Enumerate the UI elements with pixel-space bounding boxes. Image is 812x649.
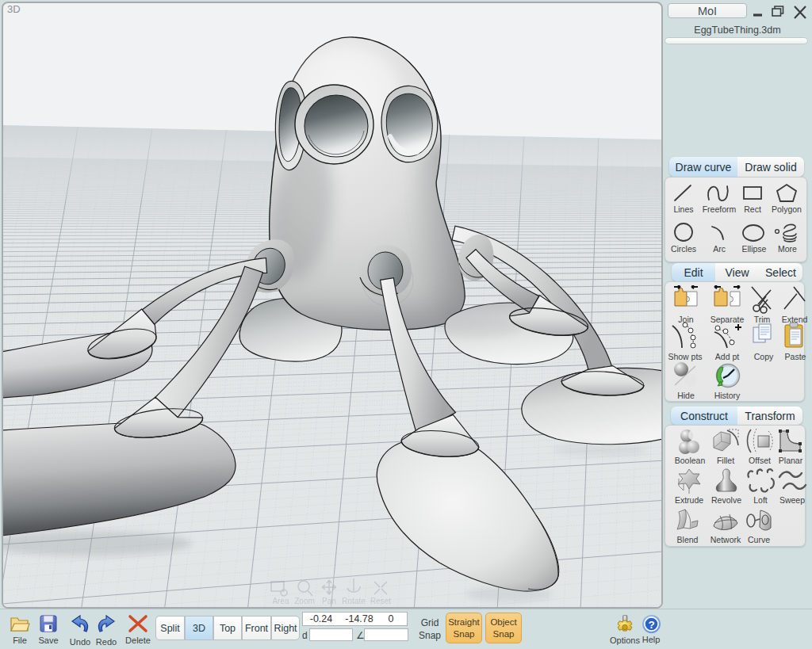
svg-text:Pan: Pan (322, 597, 336, 605)
svg-text:Reset: Reset (370, 597, 391, 605)
svg-text:?: ? (648, 619, 654, 631)
svg-text:Rotate: Rotate (342, 597, 366, 605)
svg-text:Area: Area (272, 597, 289, 605)
svg-text:Zoom: Zoom (294, 597, 315, 605)
